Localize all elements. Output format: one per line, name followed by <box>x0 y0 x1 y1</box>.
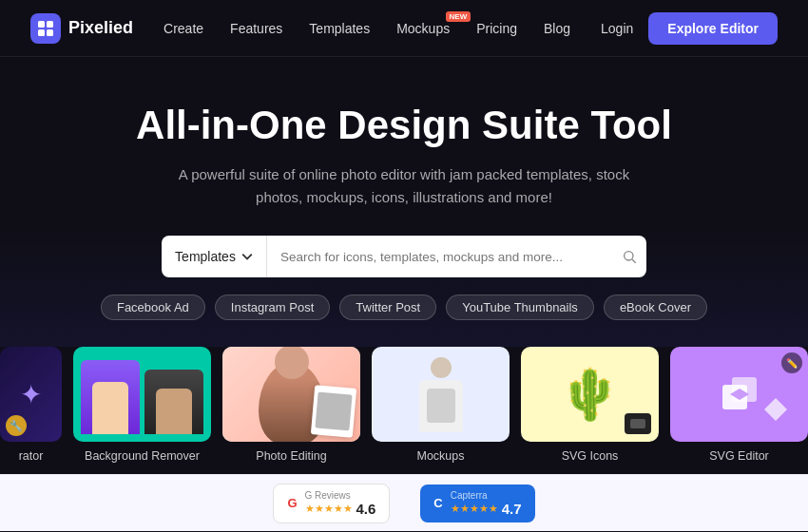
list-item[interactable]: ✦ 🔧 rator <box>0 347 62 463</box>
nav-actions: Login Explore Editor <box>601 12 778 45</box>
svg-rect-2 <box>38 29 45 36</box>
card-label: SVG Editor <box>709 449 769 463</box>
svg-rect-0 <box>38 21 45 28</box>
card-label: Mockups <box>416 449 464 463</box>
list-item[interactable]: ✏️ SVG Editor <box>670 347 808 463</box>
list-item[interactable]: Background Remover <box>73 347 211 463</box>
nav-blog[interactable]: Blog <box>544 21 570 36</box>
search-input-wrap <box>266 236 646 277</box>
chip-twitter-post[interactable]: Twitter Post <box>339 294 436 320</box>
logo-icon <box>30 13 61 44</box>
search-input[interactable] <box>266 236 646 277</box>
hero-subtitle: A powerful suite of online photo editor … <box>157 163 651 209</box>
edit-badge-icon: ✏️ <box>781 352 802 373</box>
search-chips: Facebook Ad Instagram Post Twitter Post … <box>30 294 778 320</box>
g-reviews-badge: G G Reviews ★★★★★ 4.6 <box>273 484 390 523</box>
nav-mockups[interactable]: Mockups NEW <box>396 21 450 36</box>
card-label: Background Remover <box>85 449 200 463</box>
card-label: SVG Icons <box>562 449 619 463</box>
search-type-dropdown[interactable]: Templates <box>162 236 266 277</box>
capterra-badge: C Capterra ★★★★★ 4.7 <box>420 484 534 522</box>
nav-templates[interactable]: Templates <box>309 21 370 36</box>
chip-instagram-post[interactable]: Instagram Post <box>215 294 330 320</box>
svg-rect-1 <box>47 21 53 28</box>
g-icon: G <box>287 496 297 510</box>
svg-line-5 <box>632 259 636 263</box>
svg-rect-3 <box>47 29 53 36</box>
reviews-bar: G G Reviews ★★★★★ 4.6 C Capterra ★★★★★ 4… <box>0 474 808 531</box>
g-label: G Reviews <box>305 490 376 501</box>
capterra-label: Capterra <box>451 490 522 501</box>
g-stars: ★★★★★ <box>305 503 353 515</box>
svg-point-4 <box>625 252 633 260</box>
search-submit-button[interactable] <box>622 249 637 264</box>
nav-features[interactable]: Features <box>230 21 282 36</box>
capterra-stars: ★★★★★ <box>451 503 498 515</box>
hero-title: All-in-One Design Suite Tool <box>30 103 778 148</box>
list-item[interactable]: 🌵 SVG Icons <box>521 347 659 463</box>
nav-links: Create Features Templates Mockups NEW Pr… <box>164 21 570 36</box>
list-item[interactable]: Photo Editing <box>222 347 360 463</box>
g-score: 4.6 <box>356 501 376 517</box>
capterra-score: 4.7 <box>502 501 522 517</box>
feature-cards-strip: ✦ 🔧 rator Background Remover <box>0 347 808 474</box>
nav-create[interactable]: Create <box>164 21 203 36</box>
explore-editor-button[interactable]: Explore Editor <box>648 12 778 45</box>
list-item[interactable]: Mockups <box>372 347 510 463</box>
chip-ebook-cover[interactable]: eBook Cover <box>604 294 707 320</box>
chip-youtube-thumbnails[interactable]: YouTube Thumbnails <box>446 294 594 320</box>
chip-facebook-ad[interactable]: Facebook Ad <box>101 294 205 320</box>
search-row: Templates <box>30 236 778 277</box>
navbar: Pixelied Create Features Templates Mocku… <box>0 0 808 57</box>
new-badge: NEW <box>446 11 471 22</box>
svg-rect-7 <box>732 377 757 402</box>
login-button[interactable]: Login <box>601 21 633 36</box>
hero-section: All-in-One Design Suite Tool A powerful … <box>0 57 808 347</box>
logo[interactable]: Pixelied <box>30 13 133 44</box>
card-label: rator <box>19 449 44 463</box>
logo-text: Pixelied <box>68 18 133 38</box>
capterra-icon: C <box>433 496 442 510</box>
card-label: Photo Editing <box>256 449 326 463</box>
nav-pricing[interactable]: Pricing <box>476 21 517 36</box>
